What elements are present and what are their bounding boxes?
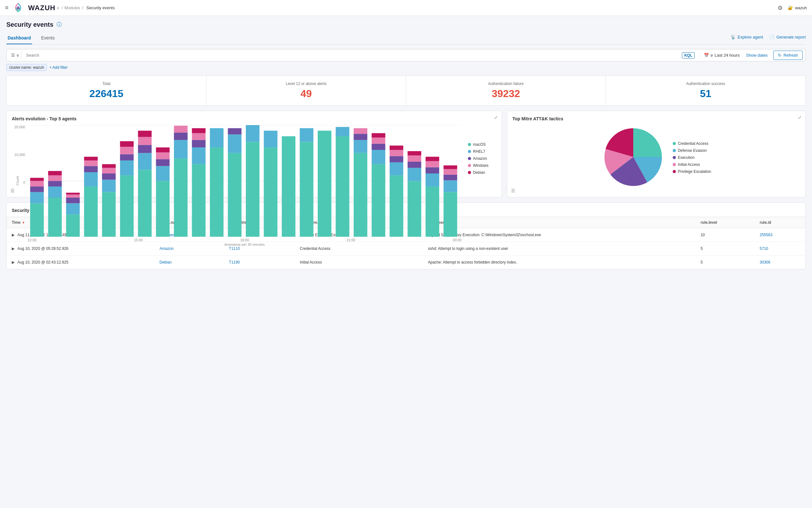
rule-id-link-3[interactable]: 30306: [760, 260, 770, 264]
top-bar: ≡ WAZUH ∨ / Modules / Security events ⚙ …: [0, 0, 812, 16]
calendar-arrow-icon: ∨: [710, 53, 713, 57]
bar-chart-expand-icon[interactable]: ⤢: [494, 115, 498, 120]
breadcrumb-modules[interactable]: Modules: [64, 5, 80, 10]
legend-dot-amazon: [468, 157, 471, 160]
pie-dot-initial-access: [673, 163, 676, 166]
logo-wrapper: [12, 2, 24, 14]
time-selector[interactable]: 📅 ∨ Last 24 hours: [700, 53, 740, 57]
pie-chart-list-icon[interactable]: ☰: [511, 188, 515, 193]
svg-rect-19: [66, 193, 80, 195]
svg-rect-5: [30, 203, 44, 237]
svg-rect-53: [192, 128, 205, 133]
expand-row-icon-2[interactable]: ▶: [12, 246, 15, 251]
bar-chart-title: Alerts evolution - Top 5 agents: [12, 116, 496, 121]
tabs-row: Dashboard Events 📡 Explore agent 📄 Gener…: [6, 32, 806, 45]
hamburger-icon[interactable]: ≡: [5, 4, 9, 11]
stat-level12-label: Level 12 or above alerts: [210, 82, 402, 86]
rule-id-link-1[interactable]: 255563: [760, 233, 773, 237]
rule-id-link-2[interactable]: 5710: [760, 246, 768, 251]
svg-rect-50: [192, 147, 205, 164]
filter-bar: ☰ ∨ KQL 📅 ∨ Last 24 hours Show dates ↻ R…: [6, 49, 806, 61]
pie-svg-wrapper: [602, 125, 665, 190]
show-dates-button[interactable]: Show dates: [746, 53, 768, 57]
stat-total-label: Total: [10, 82, 202, 86]
legend-item-amazon: Amazon: [468, 156, 496, 161]
svg-rect-90: [426, 167, 439, 173]
add-filter-button[interactable]: + Add filter: [49, 65, 67, 70]
bar-chart-list-icon[interactable]: ☰: [10, 188, 15, 193]
tab-events[interactable]: Events: [40, 32, 56, 44]
pie-chart-svg: [602, 125, 665, 189]
info-icon[interactable]: ⓘ: [57, 21, 62, 28]
svg-rect-54: [210, 147, 224, 237]
svg-rect-25: [102, 192, 116, 237]
wazuh-dropdown-icon[interactable]: ∨: [57, 6, 59, 10]
table-row: ▶ Aug 10, 2020 @ 02:43:12.825 Debian T11…: [7, 256, 805, 269]
user-menu[interactable]: 🔐 wazuh: [788, 5, 807, 10]
stats-row: Total 226415 Level 12 or above alerts 49…: [6, 76, 806, 106]
svg-rect-22: [84, 166, 98, 172]
legend-item-macos: macOS: [468, 142, 496, 147]
expand-row-icon-3[interactable]: ▶: [12, 260, 15, 264]
svg-rect-13: [48, 175, 62, 181]
svg-rect-91: [426, 161, 439, 167]
kql-badge[interactable]: KQL: [682, 52, 694, 58]
svg-rect-31: [120, 160, 134, 175]
calendar-icon: 📅: [704, 53, 709, 57]
bar-chart-xlabel: timestamp per 30 minutes: [28, 243, 462, 246]
svg-rect-59: [246, 142, 259, 237]
pie-chart-expand-icon[interactable]: ⤢: [798, 115, 802, 120]
agent-name-link-2[interactable]: Amazon: [160, 246, 174, 251]
search-input[interactable]: [24, 51, 679, 59]
pie-chart-card: Top Mitre ATT&K tactics ⤢: [507, 111, 806, 197]
generate-report-button[interactable]: 📄 Generate report: [769, 35, 806, 39]
svg-rect-63: [282, 136, 295, 237]
cell-mitre-id-3: T1190: [224, 256, 295, 269]
tab-dashboard[interactable]: Dashboard: [6, 32, 32, 44]
refresh-button[interactable]: ↻ Refresh: [773, 51, 803, 60]
bar-chart-card: Alerts evolution - Top 5 agents ⤢ 20,000…: [6, 111, 502, 197]
col-rule-level[interactable]: rule.level: [696, 217, 755, 228]
svg-rect-8: [30, 181, 44, 186]
pie-chart-title: Top Mitre ATT&K tactics: [512, 116, 800, 121]
svg-rect-60: [246, 125, 259, 142]
stat-level12-value: 49: [210, 88, 402, 100]
pie-chart-area: Credential Access Defense Evasion Execut…: [512, 125, 800, 190]
svg-rect-67: [336, 136, 349, 237]
svg-rect-70: [354, 140, 367, 153]
svg-rect-75: [372, 143, 385, 150]
svg-rect-6: [30, 192, 44, 203]
active-filter-chip[interactable]: cluster.name: wazuh: [6, 64, 47, 71]
svg-point-1: [16, 6, 20, 9]
pie-dot-execution: [673, 156, 676, 159]
svg-rect-16: [66, 203, 80, 215]
settings-icon[interactable]: ⚙: [778, 4, 783, 11]
svg-rect-44: [156, 147, 170, 153]
svg-rect-74: [372, 150, 385, 164]
breadcrumb-separator-1: /: [61, 5, 63, 10]
expand-row-icon-1[interactable]: ▶: [12, 233, 15, 237]
pie-legend-privilege-escalation: Privilege Escalation: [673, 169, 711, 174]
svg-rect-49: [192, 164, 205, 237]
pie-dot-privilege-escalation: [673, 170, 676, 173]
legend-dot-debian: [468, 171, 471, 174]
tab-actions: 📡 Explore agent 📄 Generate report: [730, 35, 806, 42]
stat-auth-failure-label: Authentication failure: [410, 82, 602, 86]
mitre-id-link-2[interactable]: T1110: [229, 246, 240, 251]
svg-rect-77: [372, 133, 385, 137]
svg-rect-65: [300, 128, 313, 142]
filter-type-selector[interactable]: ☰ ∨: [9, 51, 21, 59]
pie-chart-legend: Credential Access Defense Evasion Execut…: [673, 141, 711, 174]
svg-rect-85: [408, 162, 421, 168]
col-rule-description[interactable]: rule.description: [423, 217, 695, 228]
svg-rect-39: [138, 131, 152, 137]
explore-agent-button[interactable]: 📡 Explore agent: [730, 35, 763, 39]
legend-dot-windows: [468, 164, 471, 167]
mitre-id-link-3[interactable]: T1190: [229, 260, 240, 264]
agent-name-link-3[interactable]: Debian: [160, 260, 172, 264]
legend-item-debian: Debian: [468, 170, 496, 175]
page-title: Security events: [6, 21, 53, 28]
stat-auth-failure: Authentication failure 39232: [406, 76, 606, 105]
col-rule-id[interactable]: rule.id: [755, 217, 805, 228]
svg-rect-7: [30, 186, 44, 192]
